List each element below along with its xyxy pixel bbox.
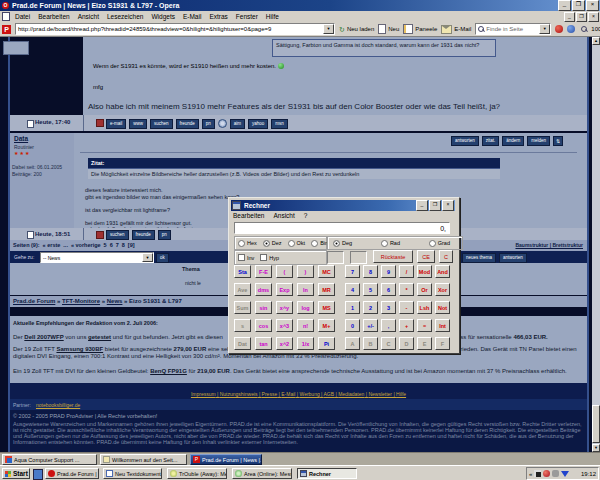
calc-maximize-button[interactable]: ❐ (429, 200, 441, 211)
radio-hex[interactable] (238, 240, 245, 247)
page-link-6[interactable]: 6 (110, 242, 113, 248)
calc-key-f-e[interactable]: F-E (255, 265, 272, 278)
child-restore-button[interactable]: ❐ (576, 12, 587, 22)
child-close-button[interactable]: × (588, 12, 599, 22)
calc-key-x[interactable]: - (399, 301, 414, 314)
profile-button-suchen[interactable]: suchen (106, 230, 129, 240)
profile-button-msn[interactable]: msn (271, 119, 288, 129)
calc-key-x[interactable]: + (399, 319, 414, 332)
radio-deg[interactable] (333, 240, 340, 247)
trash-icon[interactable] (567, 25, 575, 33)
scroll-down-icon[interactable]: ▼ (592, 444, 600, 452)
tab-prad-forum[interactable]: P Prad.de Forum | News |... (190, 454, 262, 465)
backspace-key[interactable]: Rücktaste (373, 250, 413, 263)
breadcrumb-link-tft[interactable]: TFT-Monitore (62, 298, 100, 304)
page-link-9[interactable]: [9] (128, 242, 135, 248)
checkbox-inv[interactable] (238, 254, 245, 261)
calc-key-5[interactable]: 5 (363, 283, 378, 296)
calc-key-x[interactable]: / (399, 265, 414, 278)
icq-netdetect-icon[interactable] (561, 471, 569, 477)
calc-menu-x[interactable]: ? (304, 212, 308, 219)
samsung-link[interactable]: Samsung 930BF (56, 346, 103, 352)
calc-close-button[interactable]: × (442, 200, 454, 211)
menu-lesezeichen[interactable]: Lesezeichen (107, 13, 144, 20)
find-in-page-field[interactable]: Finde in Seite ▼ (475, 23, 551, 35)
footer-link-e-mail[interactable]: E-Mail (281, 391, 299, 397)
calc-key-dms[interactable]: dms (255, 283, 272, 296)
minimize-button[interactable]: _ (558, 0, 571, 11)
thread-button-neues-thema[interactable]: neues thema (462, 253, 496, 263)
tab-willkommen[interactable]: Willkommen auf den Seit... (100, 454, 187, 465)
calc-key-4[interactable]: 4 (345, 283, 360, 296)
calc-key-pi[interactable]: Pi (318, 337, 335, 350)
page-link-7[interactable]: 7 (116, 242, 119, 248)
profile-button-freunde[interactable]: freunde (176, 119, 199, 129)
calc-key-x[interactable]: +/- (363, 319, 378, 332)
calc-key-sin[interactable]: sin (255, 301, 272, 314)
calc-key-2[interactable]: 2 (363, 301, 378, 314)
scrollbar-thumb[interactable] (592, 405, 600, 443)
thread-button-antworten[interactable]: antworten (499, 253, 527, 263)
calc-key-x[interactable]: = (417, 319, 432, 332)
partner-link[interactable]: notebooksbilliger.de (36, 402, 80, 408)
calc-key-x-y[interactable]: x^y (276, 301, 293, 314)
calc-key-1-x[interactable]: 1/x (297, 337, 314, 350)
profile-button-www[interactable]: www (129, 119, 147, 129)
goto-dropdown-icon[interactable]: ▼ (142, 253, 153, 262)
calc-key-or[interactable]: Or (417, 283, 432, 296)
start-button[interactable]: Start (2, 468, 30, 479)
tray-gray-icon[interactable] (552, 470, 559, 477)
updown-icon[interactable]: ⇅ (553, 136, 563, 146)
address-bar[interactable]: http://prad.de/board/thread.php?threadid… (15, 23, 335, 35)
getestet-link[interactable]: getestet (88, 334, 111, 340)
post-action-button-melden[interactable]: melden (527, 136, 550, 146)
clear-entry-key[interactable]: CE (417, 250, 435, 263)
calc-key-3[interactable]: 3 (381, 301, 396, 314)
calc-key-6[interactable]: 6 (381, 283, 396, 296)
footer-link-impressum[interactable]: Impressum (191, 391, 220, 397)
calc-key-mc[interactable]: MC (318, 265, 335, 278)
calc-key-x-3[interactable]: x^3 (276, 319, 293, 332)
tray-red-icon[interactable] (543, 470, 550, 477)
page-link-8[interactable]: 8 (122, 242, 125, 248)
footer-link-nutzungshinweis[interactable]: Nutzungshinweis (220, 391, 262, 397)
checkbox-hyp[interactable] (260, 254, 267, 261)
mail-button[interactable]: E-Mail (441, 25, 471, 34)
footer-link-newsletter[interactable]: Newsletter (368, 391, 396, 397)
menu-fenster[interactable]: Fenster (236, 13, 258, 20)
radio-bin[interactable] (311, 240, 318, 247)
taskbar-icq-trouble[interactable]: TrOuble (Away): Messag... (167, 468, 227, 479)
calc-key-not[interactable]: Not (435, 301, 450, 314)
quicklaunch-icon[interactable] (33, 469, 43, 480)
calc-key-8[interactable]: 8 (363, 265, 378, 278)
taskbar-clock[interactable]: 19:12 (581, 471, 596, 477)
profile-button-freunde[interactable]: freunde (132, 230, 155, 240)
post-action-button-ändern[interactable]: ändern (502, 136, 524, 146)
menu-datei[interactable]: Datei (15, 13, 30, 20)
calc-key-x-2[interactable]: x^2 (276, 337, 293, 350)
tray-collapse-icon[interactable]: « (529, 471, 532, 477)
calc-key-cos[interactable]: cos (255, 319, 272, 332)
calc-key-lsh[interactable]: Lsh (417, 301, 432, 314)
calc-key-ms[interactable]: MS (318, 301, 335, 314)
breadcrumb-link-news[interactable]: News (107, 298, 123, 304)
calc-key-and[interactable]: And (435, 265, 450, 278)
dell-link[interactable]: Dell 2007WFP (24, 334, 63, 340)
zoom-control[interactable]: 100% ▼ (579, 24, 600, 34)
taskbar-rechner[interactable]: Rechner (297, 468, 357, 479)
goto-select[interactable]: -- News ▼ (40, 252, 154, 263)
calc-key-sta[interactable]: Sta (234, 265, 251, 278)
calc-key-n[interactable]: n! (297, 319, 314, 332)
calc-key-1[interactable]: 1 (345, 301, 360, 314)
calc-key-xor[interactable]: Xor (435, 283, 450, 296)
calc-key-exp[interactable]: Exp (276, 283, 293, 296)
structure-links[interactable]: Baumstruktur | Brettstruktur (515, 242, 583, 248)
footer-link-presse[interactable]: Presse (262, 391, 282, 397)
radio-dez[interactable] (263, 240, 270, 247)
page-link-5[interactable]: 5 (104, 242, 107, 248)
profile-button-pn[interactable]: pn (202, 119, 215, 129)
menu-extras[interactable]: Extras (209, 13, 227, 20)
new-page-button[interactable]: Neu (378, 24, 399, 34)
tray-display-icon[interactable] (534, 470, 541, 477)
calc-key-x[interactable]: ( (276, 265, 293, 278)
